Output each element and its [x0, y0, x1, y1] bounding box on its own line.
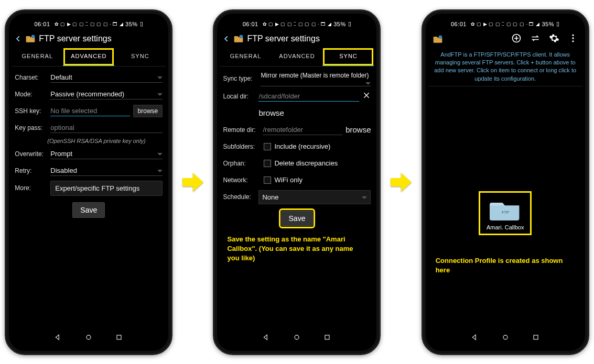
network-checkbox[interactable] [264, 177, 271, 184]
nav-home-icon[interactable] [293, 333, 301, 343]
localdir-browse[interactable]: browse [258, 108, 284, 117]
svg-point-24 [572, 40, 574, 42]
overflow-icon[interactable] [568, 33, 578, 45]
nav-back-icon[interactable] [471, 333, 479, 343]
android-navbar [428, 330, 582, 346]
mode-label: Mode: [15, 91, 47, 98]
svg-marker-12 [264, 335, 267, 339]
retry-label: Retry: [15, 167, 47, 174]
svg-point-9 [240, 35, 243, 38]
status-indicators: ✿ ▢ ▶ ▢ ▢ ⵆ ▢ ▢ ▢ · 🗔 ◢ [471, 21, 540, 27]
synctype-select[interactable]: Mirror remote (Master is remote folder) [261, 71, 371, 86]
mode-select[interactable]: Passive (recommended) [50, 89, 163, 100]
schedule-label: Schedule: [223, 193, 255, 201]
page-title: FTP server settings [247, 34, 319, 43]
sync-form: Sync type: Mirror remote (Master is remo… [220, 67, 374, 229]
svg-marker-26 [472, 335, 476, 339]
battery-icon: ▯ [348, 20, 352, 27]
folder-icon: FTP [490, 197, 521, 222]
status-bar: 06:01 ✿ ▢ ▶ ▢ ▢ ⵆ ▢ ▢ ▢ · 🗔 ◢ 35% ▯ [12, 18, 166, 30]
nav-home-icon[interactable] [84, 333, 93, 343]
battery-icon: ▯ [140, 20, 144, 27]
svg-rect-8 [234, 36, 239, 38]
network-text: WiFi only [274, 176, 302, 184]
android-navbar [12, 330, 166, 346]
status-time: 06:01 [451, 21, 467, 27]
page-title: FTP server settings [39, 34, 111, 43]
nav-recent-icon[interactable] [323, 333, 331, 343]
sshkey-input[interactable]: No file selected [50, 106, 129, 116]
back-icon[interactable] [223, 35, 230, 42]
battery-icon: ▯ [556, 20, 560, 27]
status-time: 06:01 [35, 21, 50, 27]
tab-general[interactable]: GENERAL [220, 48, 271, 66]
svg-point-13 [295, 335, 299, 339]
nav-home-icon[interactable] [501, 333, 510, 343]
svg-rect-1 [26, 36, 30, 38]
localdir-input[interactable]: /sdcard/folder [258, 91, 359, 102]
charset-label: Charset: [15, 74, 47, 81]
more-button[interactable]: Expert/specific FTP settings [50, 181, 163, 196]
remotedir-input[interactable]: /remotefolder [263, 125, 342, 135]
keypass-input[interactable]: optional [50, 123, 163, 133]
tab-advanced[interactable]: ADVANCED [271, 48, 322, 66]
clear-icon[interactable] [362, 91, 371, 101]
sshkey-label: SSH key: [15, 107, 47, 115]
svg-point-18 [438, 35, 442, 39]
overwrite-label: Overwrite: [15, 150, 47, 158]
add-icon[interactable] [511, 33, 522, 45]
tab-sync[interactable]: SYNC [322, 48, 374, 66]
annotation-text: Connection Profile is created as shown h… [428, 251, 582, 280]
synctype-label: Sync type: [223, 75, 257, 82]
subfolders-label: Subfolders: [223, 143, 261, 150]
status-battery: 35% [542, 21, 554, 27]
tab-sync[interactable]: SYNC [114, 48, 166, 66]
remotedir-browse[interactable]: browse [345, 125, 371, 134]
app-icon [25, 34, 36, 44]
schedule-select[interactable]: None [258, 190, 371, 204]
status-bar: 06:01 ✿ ▢ ▶ ▢ ▢ ⵆ ▢ ▢ ▢ · 🗔 ◢ 35% ▯ [428, 18, 582, 30]
nav-back-icon[interactable] [54, 333, 62, 343]
main-toolbar [428, 30, 582, 49]
connection-profile[interactable]: FTP Amari. Callbox [479, 191, 532, 235]
orphan-checkbox[interactable] [264, 160, 271, 167]
nav-recent-icon[interactable] [115, 333, 123, 343]
orphan-text: Delete discrepancies [274, 159, 338, 167]
svg-rect-17 [433, 37, 437, 38]
status-indicators: ✿ ▢ ▶ ▢ ▢ ⵆ ▢ ▢ ▢ · 🗔 ◢ [263, 21, 332, 27]
svg-point-2 [31, 35, 35, 38]
charset-select[interactable]: Default [50, 72, 163, 83]
svg-marker-15 [391, 173, 412, 192]
tab-general[interactable]: GENERAL [12, 48, 63, 66]
status-indicators: ✿ ▢ ▶ ▢ ▢ ⵆ ▢ ▢ ▢ · 🗔 ◢ [55, 21, 124, 27]
app-icon [233, 34, 244, 44]
save-button[interactable]: Save [72, 202, 105, 218]
localdir-label: Local dir: [223, 93, 255, 100]
step-arrow-icon [182, 172, 203, 193]
step-arrow-icon [391, 172, 412, 193]
settings-icon[interactable] [549, 33, 559, 45]
status-time: 06:01 [243, 21, 258, 27]
svg-point-4 [87, 335, 91, 339]
svg-rect-28 [534, 335, 538, 339]
phone-frame-1: 06:01 ✿ ▢ ▶ ▢ ▢ ⵆ ▢ ▢ ▢ · 🗔 ◢ 35% ▯ FTP … [5, 9, 172, 355]
svg-point-23 [572, 37, 574, 39]
phone-frame-2: 06:01 ✿ ▢ ▶ ▢ ▢ ⵆ ▢ ▢ ▢ · 🗔 ◢ 35% ▯ FTP … [213, 9, 381, 355]
keypass-label: Key pass: [15, 124, 47, 131]
remotedir-label: Remote dir: [223, 126, 260, 134]
transfer-icon[interactable] [530, 33, 541, 45]
sshkey-browse-button[interactable]: browse [133, 105, 163, 117]
retry-select[interactable]: Disabled [50, 166, 163, 176]
titlebar: FTP server settings [220, 30, 374, 48]
status-bar: 06:01 ✿ ▢ ▶ ▢ ▢ ⵆ ▢ ▢ ▢ · 🗔 ◢ 35% ▯ [220, 18, 374, 30]
svg-marker-6 [182, 173, 203, 192]
back-icon[interactable] [15, 35, 22, 42]
tab-advanced[interactable]: ADVANCED [63, 48, 114, 66]
nav-back-icon[interactable] [262, 333, 271, 343]
save-button[interactable]: Save [281, 211, 314, 226]
overwrite-select[interactable]: Prompt [50, 149, 163, 159]
svg-rect-14 [325, 335, 329, 339]
nav-recent-icon[interactable] [532, 333, 540, 343]
subfolders-checkbox[interactable] [264, 143, 271, 150]
tabs: GENERAL ADVANCED SYNC [220, 48, 374, 67]
